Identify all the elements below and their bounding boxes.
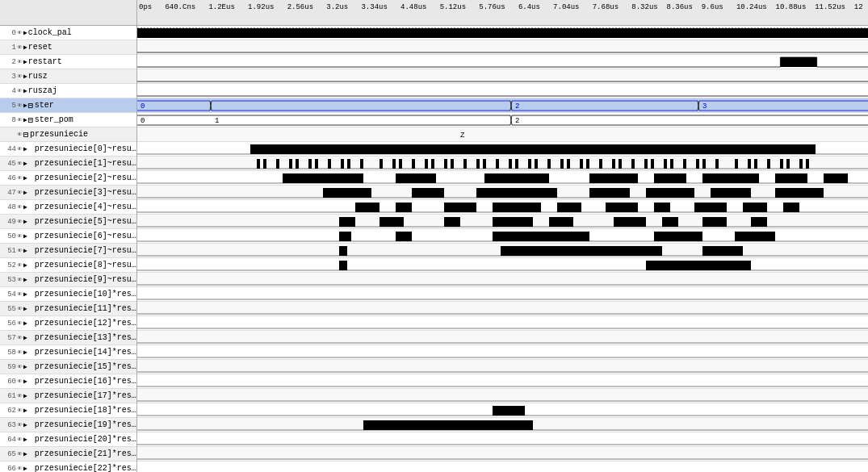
signal-name: przesuniecie[1]~result: [28, 159, 136, 168]
svg-rect-48: [341, 159, 344, 169]
name-cell[interactable]: 46👁▶przesuniecie[2]~result: [0, 171, 136, 186]
name-cell[interactable]: 47👁▶przesuniecie[3]~result: [0, 186, 136, 200]
svg-rect-1: [780, 57, 816, 67]
name-cell[interactable]: 45👁▶przesuniecie[1]~result: [0, 157, 136, 171]
svg-rect-112: [444, 203, 476, 212]
wave-row[interactable]: [137, 316, 868, 331]
svg-rect-86: [754, 159, 757, 169]
svg-rect-117: [694, 203, 727, 212]
svg-rect-68: [560, 159, 564, 169]
wave-row[interactable]: [137, 244, 868, 258]
name-cell[interactable]: 64👁▶przesuniecie[20]*result: [0, 432, 136, 447]
svg-rect-135: [735, 232, 775, 241]
wave-row[interactable]: [137, 200, 868, 215]
name-cell[interactable]: 60👁▶przesuniecie[16]*result: [0, 374, 136, 389]
name-cell[interactable]: 55👁▶przesuniecie[11]*result: [0, 302, 136, 316]
name-col-header: [0, 0, 137, 25]
signal-name: przesuniecie[6]~result: [28, 232, 136, 240]
name-cell[interactable]: 57👁▶przesuniecie[13]*result: [0, 331, 136, 345]
svg-rect-102: [323, 188, 371, 198]
name-cell[interactable]: 1👁▶reset: [0, 40, 136, 55]
name-cell[interactable]: 8👁▶⊟ster_pom: [0, 113, 136, 127]
wave-row[interactable]: [137, 403, 868, 418]
signal-name: ster: [35, 101, 54, 110]
wave-row[interactable]: [137, 462, 868, 472]
wave-row[interactable]: [137, 360, 868, 374]
signal-name: przesuniecie[4]~result: [28, 203, 136, 211]
signal-name: przesuniecie[0]~result: [28, 144, 136, 153]
svg-rect-82: [702, 159, 706, 169]
svg-rect-38: [250, 144, 816, 154]
wave-row[interactable]: [137, 229, 868, 244]
wave-row[interactable]: [137, 40, 868, 55]
wave-row[interactable]: [137, 374, 868, 389]
name-cell[interactable]: 54👁▶przesuniecie[10]*result: [0, 287, 136, 302]
signal-name: przesuniecie[20]*result: [28, 435, 136, 444]
wave-row[interactable]: [137, 215, 868, 229]
name-cell[interactable]: 52👁▶przesuniecie[8]~result: [0, 258, 136, 273]
wave-row[interactable]: 023: [137, 98, 868, 113]
name-cell[interactable]: 0👁▶clock_pal: [0, 26, 136, 40]
wave-row[interactable]: [137, 69, 868, 84]
svg-rect-54: [412, 159, 415, 169]
signal-name: przesuniecie[19]*result: [28, 420, 136, 429]
wave-row[interactable]: [137, 331, 868, 345]
name-cell[interactable]: 4👁▶ruszaj: [0, 84, 136, 98]
svg-rect-43: [289, 159, 292, 169]
signal-name: przesuniecie[7]~result: [28, 246, 136, 255]
svg-rect-57: [444, 159, 447, 169]
wave-row[interactable]: [137, 26, 868, 40]
svg-rect-106: [646, 188, 694, 198]
svg-rect-78: [664, 159, 667, 169]
name-cell[interactable]: 63👁▶przesuniecie[19]*result: [0, 418, 136, 432]
name-cell[interactable]: 61👁▶przesuniecie[17]*result: [0, 389, 136, 403]
wave-row[interactable]: [137, 302, 868, 316]
name-cell[interactable]: 44👁▶przesuniecie[0]~result: [0, 142, 136, 157]
name-cell[interactable]: 66👁▶przesuniecie[22]*result: [0, 462, 136, 472]
name-cell[interactable]: 51👁▶przesuniecie[7]~result: [0, 244, 136, 258]
wave-row[interactable]: [137, 432, 868, 447]
signal-name: przesuniecie[9]~result: [28, 275, 136, 284]
name-cell[interactable]: 48👁▶przesuniecie[4]~result: [0, 200, 136, 215]
svg-rect-115: [606, 203, 638, 212]
wave-row[interactable]: [137, 418, 868, 432]
name-cell[interactable]: 59👁▶przesuniecie[15]*result: [0, 360, 136, 374]
wave-row[interactable]: [137, 142, 868, 157]
wave-row[interactable]: [137, 345, 868, 360]
signal-name: przesuniecie[14]*result: [28, 348, 136, 357]
name-cell[interactable]: 65👁▶przesuniecie[21]*result: [0, 447, 136, 462]
name-cell[interactable]: 56👁▶przesuniecie[12]*result: [0, 316, 136, 331]
svg-rect-155: [363, 420, 533, 430]
name-cell[interactable]: 62👁▶przesuniecie[18]*result: [0, 403, 136, 418]
signal-name: ruszaj: [28, 86, 57, 95]
wave-row[interactable]: [137, 171, 868, 186]
name-cell[interactable]: 👁⊟przesuniecie: [0, 127, 136, 142]
wave-row[interactable]: [137, 447, 868, 462]
svg-rect-94: [396, 173, 436, 183]
name-cell[interactable]: 49👁▶przesuniecie[5]~result: [0, 215, 136, 229]
name-cell[interactable]: 53👁▶przesuniecie[9]~result: [0, 273, 136, 287]
wave-row[interactable]: [137, 287, 868, 302]
svg-rect-142: [646, 261, 751, 270]
svg-rect-113: [493, 203, 541, 212]
name-cell[interactable]: 58👁▶przesuniecie[14]*result: [0, 345, 136, 360]
wave-row[interactable]: [137, 389, 868, 403]
svg-rect-123: [444, 217, 460, 227]
name-cell[interactable]: 50👁▶przesuniecie[6]~result: [0, 229, 136, 244]
svg-rect-79: [670, 159, 673, 169]
wave-row[interactable]: [137, 84, 868, 98]
name-cell[interactable]: 3👁▶rusz: [0, 69, 136, 84]
wave-row[interactable]: [137, 186, 868, 200]
name-cell[interactable]: 2👁▶restart: [0, 55, 136, 69]
name-cell[interactable]: 5👁▶⊟ster: [0, 98, 136, 113]
svg-rect-110: [355, 203, 379, 212]
wave-row[interactable]: [137, 55, 868, 69]
main-area[interactable]: 0👁▶clock_pal1👁▶reset2👁▶restart3👁▶rusz4👁▶…: [0, 26, 868, 472]
wave-row[interactable]: [137, 157, 868, 171]
wave-row[interactable]: [137, 273, 868, 287]
svg-rect-103: [412, 188, 444, 198]
wave-row[interactable]: 012: [137, 113, 868, 127]
wave-row[interactable]: [137, 258, 868, 273]
wave-row[interactable]: Z: [137, 127, 868, 142]
svg-rect-71: [586, 159, 589, 169]
